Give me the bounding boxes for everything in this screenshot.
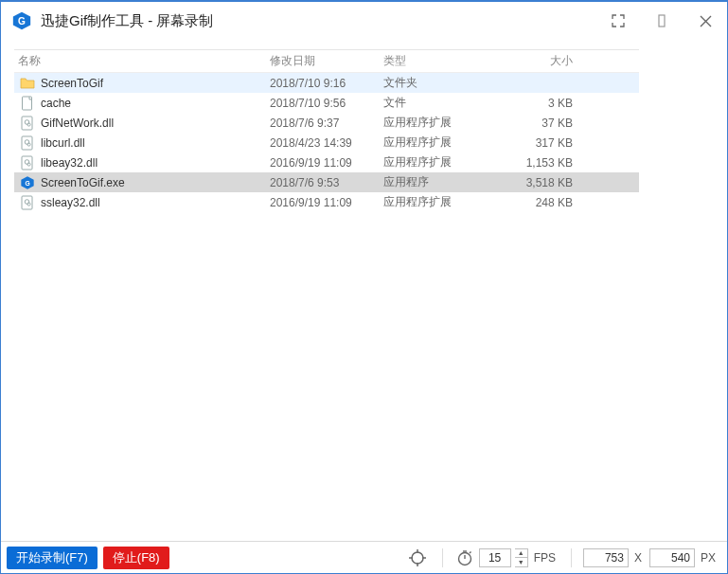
app-window: G 迅捷Gif制作工具 - 屏幕录制 名称 修改日期 类型 xyxy=(0,0,728,574)
svg-text:G: G xyxy=(25,179,29,186)
svg-point-18 xyxy=(412,552,423,564)
titlebar: G 迅捷Gif制作工具 - 屏幕录制 xyxy=(1,2,727,40)
file-date: 2018/4/23 14:39 xyxy=(270,136,383,150)
fps-input[interactable] xyxy=(479,548,511,567)
file-type: 应用程序扩展 xyxy=(383,135,488,151)
px-unit-label: PX xyxy=(701,551,716,565)
maximize-button[interactable] xyxy=(596,2,640,40)
footer-separator-1 xyxy=(442,548,443,567)
file-name: libcurl.dll xyxy=(41,136,270,150)
footer-bar: 开始录制(F7) 停止(F8) xyxy=(1,541,727,573)
column-header-size[interactable]: 大小 xyxy=(488,53,582,69)
file-type: 应用程序 xyxy=(383,174,488,190)
dll-icon xyxy=(20,135,35,151)
file-date: 2018/7/10 9:56 xyxy=(270,97,383,110)
file-date: 2016/9/19 11:09 xyxy=(270,196,383,209)
dll-icon xyxy=(20,195,35,210)
height-input[interactable] xyxy=(649,548,695,567)
svg-rect-2 xyxy=(659,15,665,27)
size-x-label: X xyxy=(634,551,642,565)
minimize-icon xyxy=(655,14,668,27)
target-button[interactable] xyxy=(404,545,431,571)
fps-spin-up[interactable]: ▲ xyxy=(515,549,527,559)
svg-rect-15 xyxy=(22,196,32,209)
file-size: 248 KB xyxy=(488,196,582,209)
file-name: ssleay32.dll xyxy=(41,196,270,209)
dll-icon xyxy=(20,116,35,131)
dll-icon xyxy=(20,155,35,170)
svg-rect-10 xyxy=(22,156,32,170)
width-input[interactable] xyxy=(583,548,629,567)
file-name: cache xyxy=(41,97,270,110)
file-size: 3 KB xyxy=(488,97,582,110)
file-date: 2018/7/6 9:53 xyxy=(270,176,383,189)
column-header-type[interactable]: 类型 xyxy=(383,53,488,69)
content-area: 名称 修改日期 类型 大小 ScreenToGif2018/7/10 9:16文… xyxy=(1,40,727,541)
folder-icon xyxy=(20,76,35,91)
file-name: ScreenToGif xyxy=(41,77,270,90)
column-header-name[interactable]: 名称 xyxy=(14,53,270,69)
file-row[interactable]: ssleay32.dll2016/9/19 11:09应用程序扩展248 KB xyxy=(14,192,639,212)
file-name: ScreenToGif.exe xyxy=(41,176,270,189)
file-pane: 名称 修改日期 类型 大小 ScreenToGif2018/7/10 9:16文… xyxy=(14,49,639,212)
file-type: 应用程序扩展 xyxy=(383,115,488,131)
file-row[interactable]: GifNetWork.dll2018/7/6 9:37应用程序扩展37 KB xyxy=(14,113,639,133)
file-row[interactable]: ScreenToGif2018/7/10 9:16文件夹 xyxy=(14,73,639,93)
minimize-button[interactable] xyxy=(640,2,684,40)
file-size: 317 KB xyxy=(488,136,582,150)
file-name: GifNetWork.dll xyxy=(41,117,270,130)
file-list-header[interactable]: 名称 修改日期 类型 大小 xyxy=(14,50,639,73)
file-row[interactable]: libeay32.dll2016/9/19 11:09应用程序扩展1,153 K… xyxy=(14,152,639,172)
file-size: 1,153 KB xyxy=(488,156,582,170)
file-date: 2018/7/10 9:16 xyxy=(270,77,383,90)
window-title: 迅捷Gif制作工具 - 屏幕录制 xyxy=(41,12,214,30)
file-type: 文件 xyxy=(383,95,488,111)
fps-group: ▲ ▼ FPS xyxy=(454,545,559,571)
svg-text:G: G xyxy=(18,16,26,27)
stop-record-button[interactable]: 停止(F8) xyxy=(103,547,169,569)
svg-rect-7 xyxy=(22,136,32,150)
file-row[interactable]: GScreenToGif.exe2018/7/6 9:53应用程序3,518 K… xyxy=(14,172,639,192)
file-size: 3,518 KB xyxy=(488,176,582,189)
exe-icon: G xyxy=(20,175,35,190)
maximize-icon xyxy=(612,14,625,27)
column-header-date[interactable]: 修改日期 xyxy=(270,53,383,69)
footer-separator-2 xyxy=(571,548,572,567)
file-list: ScreenToGif2018/7/10 9:16文件夹cache2018/7/… xyxy=(14,73,639,212)
close-button[interactable] xyxy=(684,2,727,40)
file-icon xyxy=(20,96,35,111)
file-type: 应用程序扩展 xyxy=(383,154,488,170)
file-date: 2016/9/19 11:09 xyxy=(270,156,383,170)
start-record-button[interactable]: 开始录制(F7) xyxy=(7,547,98,569)
timer-button[interactable] xyxy=(454,545,475,571)
svg-rect-3 xyxy=(23,97,32,110)
file-row[interactable]: cache2018/7/10 9:56文件3 KB xyxy=(14,93,639,113)
app-logo-icon: G xyxy=(10,9,33,32)
svg-line-26 xyxy=(470,551,471,553)
file-row[interactable]: libcurl.dll2018/4/23 14:39应用程序扩展317 KB xyxy=(14,133,639,152)
timer-icon xyxy=(456,549,473,566)
file-date: 2018/7/6 9:37 xyxy=(270,117,383,130)
file-size: 37 KB xyxy=(488,117,582,130)
svg-rect-4 xyxy=(22,117,32,130)
fps-spin-down[interactable]: ▼ xyxy=(515,558,527,566)
fps-unit-label: FPS xyxy=(534,551,556,565)
fps-spinner[interactable]: ▲ ▼ xyxy=(515,548,528,567)
size-group: X PX xyxy=(583,548,719,567)
file-type: 文件夹 xyxy=(383,75,488,91)
target-icon xyxy=(408,548,427,567)
close-icon xyxy=(700,15,712,27)
file-type: 应用程序扩展 xyxy=(383,194,488,210)
file-name: libeay32.dll xyxy=(41,156,270,170)
